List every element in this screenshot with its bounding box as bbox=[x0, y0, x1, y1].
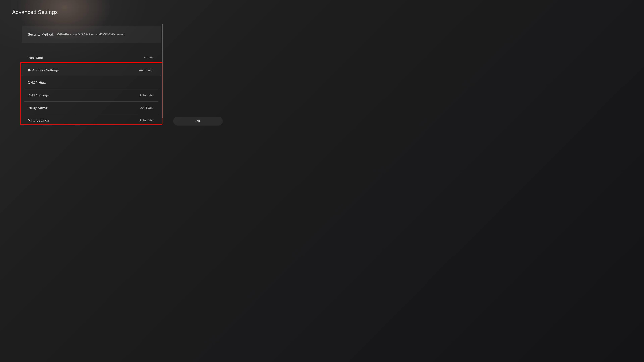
scrollbar-thumb[interactable] bbox=[162, 24, 163, 118]
scrollbar[interactable] bbox=[162, 24, 163, 124]
ok-button[interactable]: OK bbox=[173, 117, 223, 125]
setting-row-proxy-server[interactable]: Proxy Server Don't Use bbox=[22, 102, 161, 114]
settings-panel: Security Method WPA-Personal/WPA2-Person… bbox=[22, 26, 161, 126]
row-value: Automatic bbox=[139, 68, 155, 72]
row-value: ******** bbox=[144, 56, 155, 59]
row-value: Don't Use bbox=[140, 106, 155, 110]
row-label: MTU Settings bbox=[28, 118, 49, 122]
setting-row-dhcp-host[interactable]: DHCP Host bbox=[22, 76, 161, 89]
row-label: IP Address Settings bbox=[28, 68, 59, 72]
row-label: Security Method bbox=[28, 32, 53, 36]
row-label: DHCP Host bbox=[28, 81, 46, 85]
setting-row-mtu-settings[interactable]: MTU Settings Automatic bbox=[22, 114, 161, 126]
row-value: WPA-Personal/WPA2-Personal/WPA3-Personal bbox=[57, 32, 126, 36]
setting-row-security-method[interactable]: Security Method WPA-Personal/WPA2-Person… bbox=[22, 26, 161, 43]
row-label: Password bbox=[28, 56, 43, 60]
row-value: Automatic bbox=[139, 118, 155, 122]
row-label: Proxy Server bbox=[28, 106, 48, 110]
setting-row-ip-address[interactable]: IP Address Settings Automatic bbox=[22, 64, 161, 76]
ok-button-label: OK bbox=[196, 119, 200, 123]
setting-row-dns-settings[interactable]: DNS Settings Automatic bbox=[22, 89, 161, 101]
row-label: DNS Settings bbox=[28, 93, 49, 97]
setting-row-password[interactable]: Password ******** bbox=[22, 52, 161, 64]
row-value: Automatic bbox=[139, 93, 155, 97]
page-title: Advanced Settings bbox=[12, 9, 58, 15]
